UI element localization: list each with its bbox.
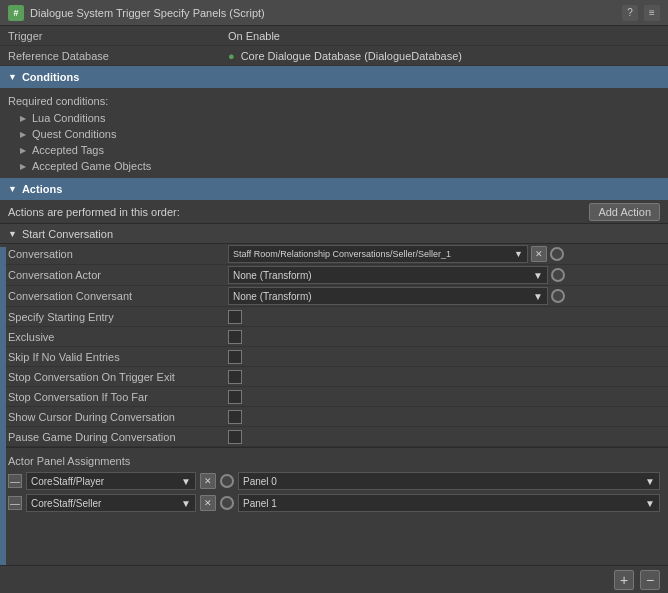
quest-conditions-item[interactable]: ▶ Quest Conditions xyxy=(8,126,660,142)
actor-panel-panel-value-1: Panel 1 xyxy=(243,498,277,509)
conditions-header[interactable]: ▼ Conditions xyxy=(0,66,668,88)
actor-panel-section: Actor Panel Assignments — CoreStaff/Play… xyxy=(0,447,668,518)
quest-triangle-icon: ▶ xyxy=(20,130,26,139)
db-icon: ● xyxy=(228,50,235,62)
actions-order-label: Actions are performed in this order: xyxy=(8,206,180,218)
conversation-conversant-circle-button[interactable] xyxy=(551,289,565,303)
conversation-conversant-dropdown[interactable]: None (Transform) ▼ xyxy=(228,287,548,305)
tags-triangle-icon: ▶ xyxy=(20,146,26,155)
conversation-dropdown-arrow: ▼ xyxy=(514,249,523,259)
show-cursor-row: Show Cursor During Conversation xyxy=(0,407,668,427)
pause-game-label: Pause Game During Conversation xyxy=(8,431,228,443)
pause-game-checkbox[interactable] xyxy=(228,430,242,444)
conversation-circle-button[interactable] xyxy=(550,247,564,261)
actor-panel-circle-1[interactable] xyxy=(220,496,234,510)
help-button[interactable]: ? xyxy=(622,5,638,21)
conversation-actor-circle-button[interactable] xyxy=(551,268,565,282)
conversation-dropdown-value: Staff Room/Relationship Conversations/Se… xyxy=(233,249,451,259)
stop-if-too-far-checkbox[interactable] xyxy=(228,390,242,404)
start-conv-triangle: ▼ xyxy=(8,229,17,239)
trigger-label: Trigger xyxy=(8,30,228,42)
actor-panel-panel-value-0: Panel 0 xyxy=(243,476,277,487)
stop-on-trigger-exit-checkbox[interactable] xyxy=(228,370,242,384)
trigger-row: Trigger On Enable xyxy=(0,26,668,46)
reference-database-label: Reference Database xyxy=(8,50,228,62)
actions-header[interactable]: ▼ Actions xyxy=(0,178,668,200)
actor-panel-label: Actor Panel Assignments xyxy=(8,452,660,470)
actor-panel-row-1: — CoreStaff/Seller ▼ ✕ Panel 1 ▼ xyxy=(8,492,660,514)
bottom-bar: + − xyxy=(0,565,668,593)
actor-panel-actor-value-0: CoreStaff/Player xyxy=(31,476,104,487)
reference-database-row: Reference Database ● Core Dialogue Datab… xyxy=(0,46,668,66)
conditions-triangle: ▼ xyxy=(8,72,17,82)
conversation-actor-arrow: ▼ xyxy=(533,270,543,281)
lua-conditions-item[interactable]: ▶ Lua Conditions xyxy=(8,110,660,126)
actor-panel-panel-dropdown-1[interactable]: Panel 1 ▼ xyxy=(238,494,660,512)
panel-dropdown-arrow-1: ▼ xyxy=(645,498,655,509)
specify-starting-entry-label: Specify Starting Entry xyxy=(8,311,228,323)
conversation-field-row: Conversation Staff Room/Relationship Con… xyxy=(0,244,668,265)
start-conversation-title: Start Conversation xyxy=(22,228,113,240)
actions-title: Actions xyxy=(22,183,62,195)
actor-panel-actor-dropdown-0[interactable]: CoreStaff/Player ▼ xyxy=(26,472,196,490)
actor-panel-dash-0[interactable]: — xyxy=(8,474,22,488)
stop-if-too-far-row: Stop Conversation If Too Far xyxy=(0,387,668,407)
window-title: Dialogue System Trigger Specify Panels (… xyxy=(30,7,616,19)
actor-panel-dash-1[interactable]: — xyxy=(8,496,22,510)
show-cursor-checkbox[interactable] xyxy=(228,410,242,424)
conversation-x-button[interactable]: ✕ xyxy=(531,246,547,262)
menu-button[interactable]: ≡ xyxy=(644,5,660,21)
actor-panel-actor-dropdown-1[interactable]: CoreStaff/Seller ▼ xyxy=(26,494,196,512)
accepted-game-objects-label: Accepted Game Objects xyxy=(32,160,151,172)
conversation-field-label: Conversation xyxy=(8,248,228,260)
title-bar: # Dialogue System Trigger Specify Panels… xyxy=(0,0,668,26)
actor-dropdown-arrow-1: ▼ xyxy=(181,498,191,509)
left-stripe-decoration xyxy=(0,247,6,567)
stop-on-trigger-exit-label: Stop Conversation On Trigger Exit xyxy=(8,371,228,383)
required-conditions-label: Required conditions: xyxy=(8,92,660,110)
plus-button[interactable]: + xyxy=(614,570,634,590)
accepted-tags-item[interactable]: ▶ Accepted Tags xyxy=(8,142,660,158)
skip-if-no-valid-entries-checkbox[interactable] xyxy=(228,350,242,364)
accepted-tags-label: Accepted Tags xyxy=(32,144,104,156)
conversation-conversant-field-row: Conversation Conversant None (Transform)… xyxy=(0,286,668,307)
conditions-area: Required conditions: ▶ Lua Conditions ▶ … xyxy=(0,88,668,178)
conversation-actor-value: None (Transform) xyxy=(233,270,312,281)
stop-on-trigger-exit-row: Stop Conversation On Trigger Exit xyxy=(0,367,668,387)
minus-button[interactable]: − xyxy=(640,570,660,590)
exclusive-row: Exclusive xyxy=(0,327,668,347)
lua-triangle-icon: ▶ xyxy=(20,114,26,123)
specify-starting-entry-row: Specify Starting Entry xyxy=(0,307,668,327)
trigger-value: On Enable xyxy=(228,30,280,42)
add-action-button[interactable]: Add Action xyxy=(589,203,660,221)
actor-panel-panel-dropdown-0[interactable]: Panel 0 ▼ xyxy=(238,472,660,490)
skip-if-no-valid-entries-row: Skip If No Valid Entries xyxy=(0,347,668,367)
reference-database-value: Core Dialogue Database (DialogueDatabase… xyxy=(241,50,462,62)
actor-panel-x-0[interactable]: ✕ xyxy=(200,473,216,489)
exclusive-label: Exclusive xyxy=(8,331,228,343)
actor-panel-circle-0[interactable] xyxy=(220,474,234,488)
specify-starting-entry-checkbox[interactable] xyxy=(228,310,242,324)
stop-if-too-far-label: Stop Conversation If Too Far xyxy=(8,391,228,403)
actions-bar: Actions are performed in this order: Add… xyxy=(0,200,668,224)
conversation-conversant-arrow: ▼ xyxy=(533,291,543,302)
conversation-actor-dropdown[interactable]: None (Transform) ▼ xyxy=(228,266,548,284)
pause-game-row: Pause Game During Conversation xyxy=(0,427,668,447)
panel-dropdown-arrow-0: ▼ xyxy=(645,476,655,487)
actor-panel-actor-value-1: CoreStaff/Seller xyxy=(31,498,101,509)
quest-conditions-label: Quest Conditions xyxy=(32,128,116,140)
skip-if-no-valid-entries-label: Skip If No Valid Entries xyxy=(8,351,228,363)
lua-conditions-label: Lua Conditions xyxy=(32,112,105,124)
conversation-conversant-value: None (Transform) xyxy=(233,291,312,302)
accepted-game-objects-item[interactable]: ▶ Accepted Game Objects xyxy=(8,158,660,174)
conversation-conversant-label: Conversation Conversant xyxy=(8,290,228,302)
start-conversation-header[interactable]: ▼ Start Conversation xyxy=(0,224,668,244)
script-icon: # xyxy=(8,5,24,21)
objects-triangle-icon: ▶ xyxy=(20,162,26,171)
actions-triangle: ▼ xyxy=(8,184,17,194)
conversation-dropdown[interactable]: Staff Room/Relationship Conversations/Se… xyxy=(228,245,528,263)
actor-panel-x-1[interactable]: ✕ xyxy=(200,495,216,511)
show-cursor-label: Show Cursor During Conversation xyxy=(8,411,228,423)
exclusive-checkbox[interactable] xyxy=(228,330,242,344)
actor-dropdown-arrow-0: ▼ xyxy=(181,476,191,487)
